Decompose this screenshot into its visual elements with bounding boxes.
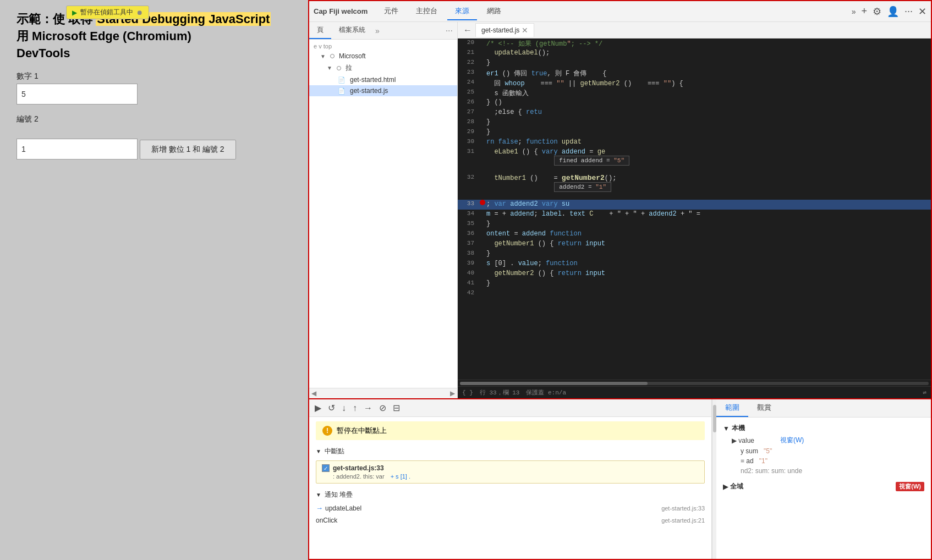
tab-watch[interactable]: 觀賞 xyxy=(748,399,780,417)
debugger-scrollbar[interactable] xyxy=(712,399,716,559)
tab-filesystem[interactable]: 檔案系統 xyxy=(331,22,373,39)
wrap-icon[interactable]: ⇌ xyxy=(923,389,926,396)
callstack-arrow-0-icon: → xyxy=(316,504,323,512)
scope-prop-value: ▶ value xyxy=(732,437,776,444)
scope-panel: 範圍 觀賞 ▼ 本機 ▶ value 視窗(W) y sum "5" xyxy=(716,399,931,559)
file-icon-js: 📄 xyxy=(338,87,346,95)
breakpoints-header[interactable]: ▼ 中斷點 xyxy=(316,444,705,458)
file-menu-icon[interactable]: ··· xyxy=(441,26,457,36)
scroll-right-icon[interactable]: ▶ xyxy=(450,389,455,397)
code-footer: { } 行 33，欄 13 保護蓋 e:n/a ⇌ xyxy=(458,386,931,398)
scroll-left-icon[interactable]: ◀ xyxy=(311,389,316,397)
call-stack-item-1[interactable]: onClick get-started.js:21 xyxy=(316,514,705,526)
title-line2: 用 Microsoft Edge (Chromium) xyxy=(17,29,191,43)
field1-input[interactable] xyxy=(17,84,138,105)
back-icon[interactable]: ← xyxy=(460,25,475,35)
file-tree-html[interactable]: 📄 get-started.html xyxy=(309,74,457,85)
breakpoint-checkbox[interactable]: ✓ xyxy=(322,464,330,472)
code-content[interactable]: 20 /* <!-- 如果 (getNumb"; --> */ 21 updat… xyxy=(458,39,931,398)
file-tree-la[interactable]: ▼ 拉 xyxy=(309,62,457,74)
step-out-button[interactable]: ↑ xyxy=(352,402,358,414)
tab-network[interactable]: 網路 xyxy=(479,3,509,20)
devtools-title: Cap Fiji welcom xyxy=(314,7,368,15)
field2-input[interactable] xyxy=(17,139,138,160)
origin-dot xyxy=(330,54,335,58)
add-button[interactable]: 新增 數位 1 和 編號 2 xyxy=(140,140,236,160)
call-stack-label: 通知 堆疊 xyxy=(325,490,353,499)
debug-status-label: 暫停在中斷點上 xyxy=(337,426,387,436)
code-line-36: 36 ontent = addend function xyxy=(458,229,931,239)
callstack-arrow-icon: ▼ xyxy=(316,492,321,498)
scope-item-value[interactable]: ▶ value 視窗(W) xyxy=(723,435,924,446)
call-stack-header[interactable]: ▼ 通知 堆疊 xyxy=(316,488,705,502)
la-dot xyxy=(337,66,341,70)
step-into-button[interactable]: ↓ xyxy=(341,402,347,414)
call-stack-item-0[interactable]: → updateLabel get-started.js:33 xyxy=(316,502,705,514)
hscroll-thumb[interactable] xyxy=(460,382,648,385)
debug-bar-label: 暫停在偵錯工具中 xyxy=(80,8,133,17)
hscroll-track[interactable] xyxy=(460,382,929,385)
expand-arrow-icon: ▼ xyxy=(320,53,326,59)
debugger-panel: ▶ ↺ ↓ ↑ → ⊘ ⊟ ! 暫停在中斷點上 ▼ xyxy=(309,399,712,559)
call-stack-fn-0: updateLabel xyxy=(325,504,361,512)
add-tab-icon[interactable]: + xyxy=(861,6,867,17)
code-hscrollbar[interactable] xyxy=(458,380,931,386)
scope-local-header[interactable]: ▼ 本機 xyxy=(723,422,924,435)
call-stack-fn-1: onClick xyxy=(316,517,337,524)
title-line3: DevTools xyxy=(17,46,70,60)
devtools-panel: Cap Fiji welcom 元件 主控台 來源 網路 » + ⚙ 👤 ···… xyxy=(308,0,932,560)
scope-global-label: 全域 xyxy=(730,482,743,491)
record-icon: ⏺ xyxy=(136,9,143,17)
tab-sources[interactable]: 來源 xyxy=(447,3,477,20)
left-panel: ▶ 暫停在偵錯工具中 ⏺ 示範：使 取得 Started Debugging J… xyxy=(0,0,308,560)
more-icon[interactable]: ··· xyxy=(904,6,913,17)
step-button[interactable]: → xyxy=(363,402,374,414)
code-line-20: 20 /* <!-- 如果 (getNumb"; --> */ xyxy=(458,39,931,48)
tab-scope[interactable]: 範圍 xyxy=(716,399,748,417)
profile-icon[interactable]: 👤 xyxy=(887,6,899,18)
code-line-30: 30 rn false; function updat xyxy=(458,138,931,147)
call-stack-file-0: get-started.js:33 xyxy=(661,505,705,512)
scope-content: ▼ 本機 ▶ value 視窗(W) y sum "5" = ad "1" xyxy=(716,418,931,559)
scope-global-header[interactable]: ▶ 全域 視窗(W) xyxy=(723,480,924,493)
devtools-top: 頁 檔案系統 » ··· e v top ▼ Microsoft ▼ xyxy=(309,22,931,399)
file-tree-microsoft[interactable]: ▼ Microsoft xyxy=(309,51,457,62)
code-tab-js[interactable]: get-started.js ✕ xyxy=(475,23,534,37)
deactivate-button[interactable]: ⊘ xyxy=(378,402,387,414)
devtools-header: Cap Fiji welcom 元件 主控台 來源 網路 » + ⚙ 👤 ···… xyxy=(309,1,931,22)
collapse-arrow-icon: ▼ xyxy=(327,65,332,71)
file-explorer-tabs: 頁 檔案系統 » ··· xyxy=(309,22,457,40)
settings-icon[interactable]: ⚙ xyxy=(873,6,881,18)
code-line-23: 23 er1 () 傳回 true, 則 F 會傳 { xyxy=(458,68,931,78)
scope-global-arrow-icon: ▶ xyxy=(723,483,728,491)
code-line-29: 29 } xyxy=(458,128,931,138)
warn-icon: ! xyxy=(322,426,332,436)
breakpoint-item: ✓ get-started.js:33 : addend2. this: var… xyxy=(316,460,705,484)
blackbox-button[interactable]: ⊟ xyxy=(392,402,401,414)
brace-icon: { } xyxy=(462,389,473,396)
code-line-37: 37 getNumber1 () { return input xyxy=(458,239,931,249)
breakpoint-title: ✓ get-started.js:33 xyxy=(322,464,699,472)
breakpoint-plus: + s [1] . xyxy=(391,473,410,480)
code-line-41: 41 } xyxy=(458,279,931,289)
code-line-34: 34 m = + addend; label. text C + " + " +… xyxy=(458,210,931,219)
scope-tabs: 範圍 觀賞 xyxy=(716,399,931,418)
more-tabs-icon[interactable]: » xyxy=(852,7,856,16)
tab-page[interactable]: 頁 xyxy=(309,22,331,39)
devtools-bottom: ▶ ↺ ↓ ↑ → ⊘ ⊟ ! 暫停在中斷點上 ▼ xyxy=(309,399,931,559)
play-icon: ▶ xyxy=(72,9,77,17)
tab-elements[interactable]: 元件 xyxy=(376,3,406,20)
resume-button[interactable]: ▶ xyxy=(314,402,322,414)
debugger-toolbar: ▶ ↺ ↓ ↑ → ⊘ ⊟ xyxy=(309,399,711,417)
debug-bar[interactable]: ▶ 暫停在偵錯工具中 ⏺ xyxy=(66,6,149,19)
window-badge[interactable]: 視窗(W) xyxy=(896,482,924,491)
close-icon[interactable]: ✕ xyxy=(918,6,926,18)
file-explorer-scroll: ◀ ▶ xyxy=(309,388,457,398)
step-over-button[interactable]: ↺ xyxy=(327,402,336,414)
file-explorer: 頁 檔案系統 » ··· e v top ▼ Microsoft ▼ xyxy=(309,22,458,398)
close-tab-icon[interactable]: ✕ xyxy=(522,26,528,35)
tab-console[interactable]: 主控台 xyxy=(408,3,445,20)
file-tree-js[interactable]: 📄 get-started.js xyxy=(309,85,457,96)
code-line-24: 24 回 whoop === "" || getNumber2 () === "… xyxy=(458,78,931,88)
more-file-tabs-icon[interactable]: » xyxy=(375,26,380,35)
